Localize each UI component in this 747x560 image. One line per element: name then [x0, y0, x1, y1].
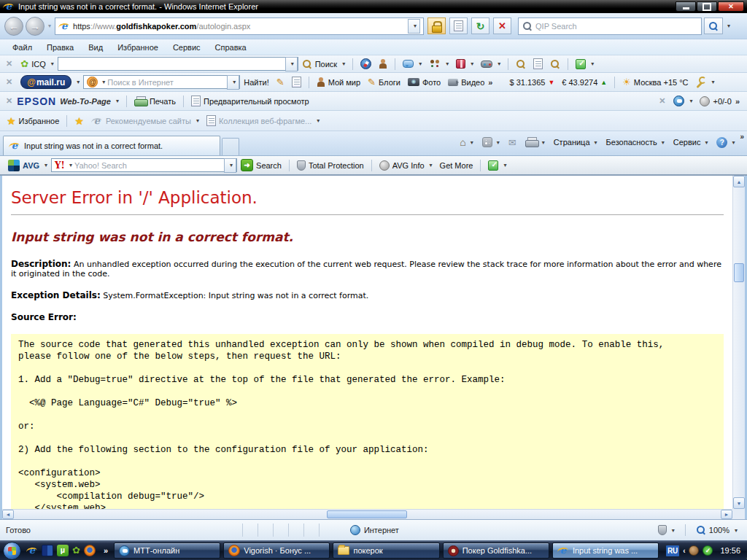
scroll-right-button[interactable]: ► — [721, 510, 732, 519]
vertical-scrollbar[interactable]: ▲ ▼ — [732, 176, 745, 509]
taskbar-button-vigorish[interactable]: Vigorish · Бонус ... — [223, 542, 330, 559]
vertical-scroll-thumb[interactable] — [734, 263, 744, 282]
icq-gifts-button[interactable]: ▾ — [452, 58, 477, 69]
yahoo-search-combo[interactable]: ▾ ▾ — [51, 158, 237, 172]
icq-games-button[interactable]: ▾ — [477, 60, 504, 69]
tray-qip-status-icon[interactable] — [689, 545, 699, 556]
epson-overflow-icon[interactable]: » — [735, 97, 740, 106]
compatibility-view-button[interactable] — [449, 18, 468, 34]
taskbar-button-mtt[interactable]: МТТ-онлайн — [114, 542, 220, 559]
quicklaunch-firefox-icon[interactable] — [84, 545, 96, 556]
taskbar-button-goldfishka[interactable]: Покер Goldfishka... — [443, 542, 549, 559]
icq-chat-button[interactable]: ▾ — [399, 59, 425, 69]
qip-plugin-close-icon[interactable]: ✕ — [659, 96, 665, 106]
scroll-down-button[interactable]: ▼ — [733, 497, 745, 509]
icq-search-combo[interactable]: ▾ — [58, 57, 298, 71]
address-bar[interactable]: https://www.goldfishkapoker.com/autologi… — [55, 18, 424, 35]
icq-search-input[interactable] — [61, 60, 283, 69]
read-mail-button[interactable]: ✉ — [505, 136, 520, 149]
web-to-page-button[interactable]: Web-To-Page▾ — [56, 96, 123, 106]
address-dropdown-button[interactable]: ▾ — [408, 19, 420, 34]
avg-search-button[interactable]: Search — [237, 158, 285, 172]
add-to-favorites-bar-button[interactable]: ★ — [71, 114, 88, 128]
print-command-button[interactable]: ▾ — [522, 136, 549, 149]
quicklaunch-app-icon[interactable] — [42, 545, 53, 556]
menu-file[interactable]: Файл — [6, 42, 39, 53]
quicklaunch-utorrent-icon[interactable] — [57, 545, 69, 556]
mailru-search-input[interactable] — [107, 78, 225, 87]
mailru-settings-button[interactable]: ▾ — [692, 76, 719, 88]
scroll-up-button[interactable]: ▲ — [733, 176, 745, 187]
language-indicator[interactable]: RU — [666, 545, 679, 556]
mailru-preview-button[interactable] — [288, 76, 305, 88]
taskbar-clock[interactable]: 19:56 — [720, 546, 740, 555]
icq-check-button[interactable]: ▾ — [572, 58, 597, 70]
icq-menu-button[interactable]: ✿ ICQ ▾ — [17, 58, 57, 70]
minimize-button[interactable] — [676, 1, 696, 12]
quicklaunch-overflow-icon[interactable]: » — [104, 546, 108, 555]
icq-community-button[interactable]: ▾ — [425, 58, 452, 70]
horizontal-scrollbar[interactable]: ◄ ► — [2, 509, 732, 519]
search-input[interactable] — [535, 22, 697, 31]
start-button[interactable] — [3, 542, 21, 560]
icq-toolbar-close-icon[interactable]: ✕ — [6, 59, 12, 69]
avg-info-button[interactable]: AVG Info▾ — [376, 160, 436, 171]
command-bar-overflow-icon[interactable]: » — [740, 133, 744, 141]
mailru-find-button[interactable]: Найти! — [240, 77, 272, 88]
taskbar-button-ie-active[interactable]: Input string was ... — [552, 542, 659, 559]
search-provider-dropdown[interactable]: ▾ — [727, 23, 730, 29]
close-button[interactable] — [718, 1, 744, 12]
epson-toolbar-close-icon[interactable]: ✕ — [6, 96, 12, 106]
mailru-blogs-button[interactable]: ✎Блоги — [364, 76, 404, 88]
ssl-lock-button[interactable] — [427, 18, 446, 34]
scroll-left-button[interactable]: ◄ — [2, 510, 14, 519]
quicklaunch-icq-icon[interactable]: ✿ — [72, 545, 80, 556]
avg-extra-button[interactable]: ▾ — [484, 160, 510, 171]
horizontal-scroll-thumb[interactable] — [327, 510, 407, 518]
help-button[interactable]: ▾ — [713, 136, 738, 149]
icq-search-button[interactable]: Поиск ▾ — [298, 58, 349, 70]
icq-web-button[interactable] — [357, 58, 375, 70]
menu-edit[interactable]: Правка — [40, 42, 80, 53]
icq-combo-dropdown[interactable]: ▾ — [285, 57, 298, 71]
menu-tools[interactable]: Сервис — [166, 42, 207, 53]
favorites-button[interactable]: ★Избранное — [3, 114, 63, 128]
total-protection-button[interactable]: Total Protection — [293, 160, 368, 171]
page-menu-button[interactable]: Страница▾ — [550, 136, 601, 148]
web-slices-button[interactable]: Коллекция веб-фрагме...▾ — [203, 114, 323, 127]
eur-rate[interactable]: € 43.9274▲ — [558, 77, 611, 88]
stop-button[interactable]: ✕ — [493, 18, 511, 34]
mailru-photo-button[interactable]: Фото — [404, 77, 444, 88]
taskbar-button-pokerok[interactable]: покерок — [333, 542, 439, 559]
quicklaunch-ie-icon[interactable] — [26, 545, 38, 556]
yahoo-combo-dropdown[interactable]: ▾ — [224, 158, 236, 173]
safety-menu-button[interactable]: Безопасность▾ — [603, 136, 668, 148]
tools-menu-button[interactable]: Сервис▾ — [670, 136, 712, 148]
mailru-highlight-button[interactable]: ✎ — [273, 76, 288, 88]
mailru-combo-dropdown[interactable]: ▾ — [227, 75, 239, 90]
mailru-video-button[interactable]: Видео — [444, 77, 488, 88]
mailru-logo-button[interactable]: @mail.ru ▾ — [17, 74, 83, 90]
zoom-out-button[interactable] — [546, 58, 564, 70]
print-button[interactable]: Печать — [131, 96, 179, 107]
tray-antivirus-icon[interactable] — [703, 545, 713, 556]
usd-rate[interactable]: $ 31.1365▼ — [506, 77, 558, 88]
yahoo-search-input[interactable] — [74, 161, 222, 170]
mailru-search-combo[interactable]: ▾ ▾ — [83, 75, 240, 89]
back-button[interactable]: ← — [4, 17, 23, 36]
avg-menu-button[interactable]: AVG▾ — [4, 159, 51, 172]
icq-find-people-button[interactable] — [375, 58, 391, 70]
tray-collapse-icon[interactable]: ‹ — [683, 547, 685, 555]
refresh-button[interactable]: ↻ — [471, 18, 489, 34]
forward-button[interactable]: → — [26, 17, 44, 36]
qip-search-box[interactable] — [518, 18, 702, 35]
menu-view[interactable]: Вид — [82, 42, 109, 53]
zoom-in-button[interactable] — [512, 58, 530, 70]
mailru-toolbar-close-icon[interactable]: ✕ — [6, 77, 12, 87]
feeds-button[interactable]: ▾ — [479, 136, 503, 149]
qip-counter[interactable]: +0/-0 — [696, 96, 735, 107]
search-go-button[interactable] — [704, 18, 723, 34]
fit-page-button[interactable] — [530, 58, 546, 70]
print-preview-button[interactable]: Предварительный просмотр — [187, 95, 313, 107]
mailru-overflow-icon[interactable]: » — [488, 78, 492, 87]
